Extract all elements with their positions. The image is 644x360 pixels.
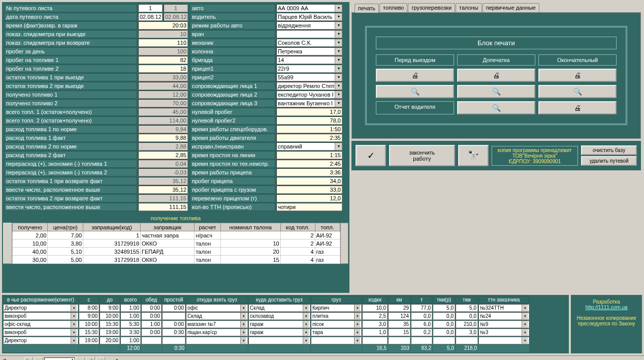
dispatch-cell[interactable]: 0:00: [141, 328, 162, 336]
dispatch-cell[interactable]: ▾: [311, 337, 362, 344]
dispatch-cell[interactable]: Склад▾: [186, 312, 248, 320]
dispatch-cell[interactable]: 15:30: [100, 320, 120, 328]
chevron-down-icon[interactable]: ▾: [522, 313, 528, 319]
chevron-down-icon[interactable]: ▾: [240, 337, 246, 344]
fuel-cell[interactable]: 5,10: [48, 248, 83, 256]
chevron-down-icon[interactable]: ▾: [71, 337, 77, 344]
chevron-down-icon[interactable]: ▾: [335, 82, 342, 89]
preview-button-final[interactable]: 🔍: [538, 85, 617, 98]
fuel-cell[interactable]: 3,80: [48, 239, 83, 248]
select-field[interactable]: Парцев Юрій Василь▾: [276, 13, 342, 21]
tab-талоны[interactable]: талоны: [456, 3, 482, 12]
field-value[interactable]: 2,85: [138, 151, 188, 159]
dispatch-cell[interactable]: 0,0: [456, 312, 478, 320]
fuel-cell[interactable]: 20: [220, 248, 280, 256]
dispatch-cell[interactable]: піщан.кар'єр▾: [186, 328, 248, 336]
fuel-cell[interactable]: 4: [280, 248, 315, 256]
dispatch-cell[interactable]: 0,0: [433, 328, 455, 336]
print-button-before[interactable]: 🖨: [376, 69, 454, 82]
binoculars-button[interactable]: 🔭: [458, 145, 489, 166]
field-value[interactable]: 2:45: [276, 160, 342, 168]
select-field[interactable]: ▾: [276, 30, 342, 38]
tab-первичные данные[interactable]: первичные данные: [482, 3, 539, 12]
dispatch-cell[interactable]: 10:00: [79, 320, 99, 328]
print-button-doprint[interactable]: 🖨: [457, 69, 535, 82]
select-field[interactable]: 14▾: [276, 56, 342, 64]
chevron-down-icon[interactable]: ▾: [354, 337, 360, 344]
dispatch-cell[interactable]: 9:00: [100, 304, 120, 312]
chevron-down-icon[interactable]: ▾: [71, 313, 77, 319]
dispatch-cell[interactable]: 29: [388, 304, 410, 312]
chevron-down-icon[interactable]: ▾: [303, 337, 309, 344]
chevron-down-icon[interactable]: ▾: [354, 321, 360, 327]
dispatch-cell[interactable]: 5:30: [120, 320, 141, 328]
tab-топливо[interactable]: топливо: [379, 3, 407, 12]
clean-db-button[interactable]: очистить базу: [581, 145, 637, 155]
dispatch-cell[interactable]: 0:00: [162, 304, 185, 312]
dispatch-cell[interactable]: 0,0: [411, 312, 432, 320]
dispatch-cell[interactable]: 8:00: [79, 304, 99, 312]
fuel-cell[interactable]: 4: [280, 256, 315, 264]
fuel-cell[interactable]: 2: [280, 231, 315, 239]
dispatch-cell[interactable]: 1:00: [141, 320, 162, 328]
chevron-down-icon[interactable]: ▾: [335, 100, 342, 107]
dispatch-cell[interactable]: 2,5: [362, 312, 388, 320]
chevron-down-icon[interactable]: ▾: [335, 91, 342, 98]
dispatch-cell[interactable]: [362, 337, 388, 344]
chevron-down-icon[interactable]: ▾: [354, 305, 360, 311]
chevron-down-icon[interactable]: ▾: [335, 31, 342, 38]
fuel-cell[interactable]: 10,00: [13, 239, 48, 248]
fuel-cell[interactable]: ОККО: [141, 256, 195, 264]
nav-last[interactable]: ▸|: [86, 357, 95, 360]
dispatch-cell[interactable]: Кирпич▾: [311, 304, 362, 312]
delete-waybill-button[interactable]: удалить путевой: [581, 156, 637, 166]
select-field[interactable]: АА 0009 АА▾: [276, 4, 342, 12]
fuel-cell[interactable]: 15: [220, 256, 280, 264]
chevron-down-icon[interactable]: ▾: [354, 313, 360, 319]
dispatch-cell[interactable]: 0,2: [411, 328, 432, 336]
select-field[interactable]: відрядження▾: [276, 21, 342, 29]
select-field[interactable]: Петренка▾: [276, 47, 342, 55]
dispatch-cell[interactable]: 0:30: [162, 328, 185, 336]
field-value[interactable]: 9,88: [138, 134, 188, 142]
dispatch-cell[interactable]: тара▾: [311, 328, 362, 336]
chevron-down-icon[interactable]: ▾: [522, 305, 528, 311]
dispatch-cell[interactable]: 124: [388, 312, 410, 320]
field-value[interactable]: 17,0: [276, 108, 342, 116]
select-field[interactable]: 55а99▾: [276, 73, 342, 81]
dispatch-cell[interactable]: 5,0: [433, 304, 455, 312]
chevron-down-icon[interactable]: ▾: [303, 329, 309, 336]
field-value[interactable]: 82: [138, 56, 188, 64]
dispatch-cell[interactable]: плитка▾: [311, 312, 362, 320]
dispatch-cell[interactable]: 15:30: [79, 328, 99, 336]
chevron-down-icon[interactable]: ▾: [335, 65, 342, 72]
fuel-cell[interactable]: 31729918: [83, 239, 141, 248]
fuel-cell[interactable]: ГЕПАРД: [141, 248, 195, 256]
chevron-down-icon[interactable]: ▾: [303, 321, 309, 327]
field-value[interactable]: 33,0: [276, 186, 342, 194]
dispatch-cell[interactable]: 35: [388, 320, 410, 328]
driver-report-preview[interactable]: 🔍: [457, 101, 535, 114]
chevron-down-icon[interactable]: ▾: [335, 13, 342, 20]
fuel-cell[interactable]: 32489155: [83, 248, 141, 256]
dispatch-cell[interactable]: склозавод▾: [248, 312, 310, 320]
dispatch-cell[interactable]: пісок▾: [311, 320, 362, 328]
dispatch-cell[interactable]: [162, 337, 185, 344]
confirm-button[interactable]: ✓: [356, 145, 386, 166]
chevron-down-icon[interactable]: ▾: [71, 321, 77, 327]
dispatch-cell[interactable]: [456, 337, 478, 344]
fuel-cell[interactable]: АИ-92: [315, 239, 340, 248]
dispatch-cell[interactable]: Склад▾: [248, 304, 310, 312]
dispatch-cell[interactable]: [433, 337, 455, 344]
dispatch-cell[interactable]: №324ТТН▾: [478, 304, 529, 312]
fuel-cell[interactable]: талон: [195, 239, 220, 248]
chevron-down-icon[interactable]: ▾: [335, 48, 342, 55]
field-value[interactable]: 110: [138, 39, 188, 47]
dispatch-cell[interactable]: Директор▾: [3, 337, 78, 344]
nav-next[interactable]: ▸: [76, 357, 85, 360]
field-value[interactable]: 1:15: [276, 151, 342, 159]
dispatch-cell[interactable]: ▾: [478, 337, 529, 344]
fuel-cell[interactable]: 5,00: [48, 256, 83, 264]
dispatch-cell[interactable]: 1,0: [362, 328, 388, 336]
finish-work-button[interactable]: закончить работу: [389, 145, 455, 166]
